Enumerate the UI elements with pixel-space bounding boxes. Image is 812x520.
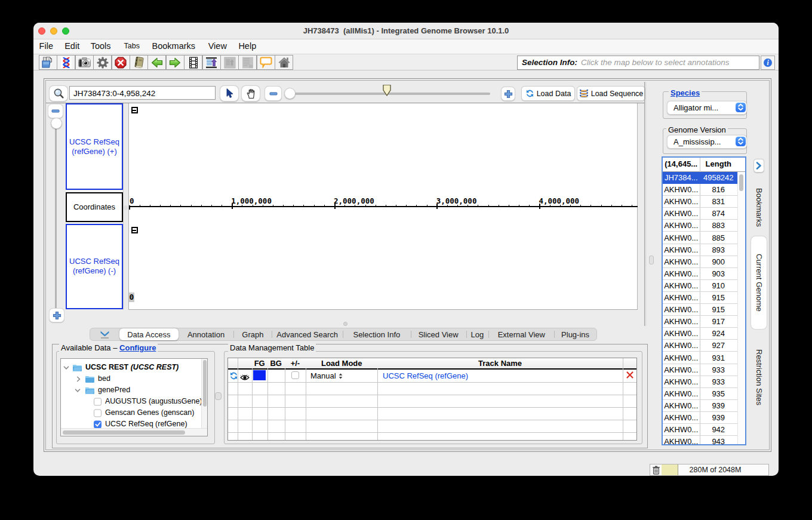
splitpane-divider-dot[interactable] [343, 322, 347, 326]
bottom-panel-divider-handle[interactable] [215, 392, 222, 400]
tree-item-genscan-genes-genscan[interactable]: Genscan Genes (genscan) [61, 407, 207, 419]
tree-item-ucsc-rest[interactable]: UCSC REST (UCSC REST) [61, 362, 207, 373]
sequence-row[interactable]: AKHW0...935 [663, 388, 745, 400]
genome-range-input[interactable]: JH738473:0-4,958,242 [69, 86, 216, 100]
track-label-reverse[interactable]: UCSC RefSeq (refGene) (-) [66, 224, 123, 309]
right-panel-divider-handle[interactable] [649, 256, 654, 264]
dm-track-name[interactable]: UCSC RefSeq (refGene) [383, 371, 468, 380]
side-tab-current-genome[interactable]: Current Genome [751, 236, 767, 329]
menu-edit[interactable]: Edit [64, 39, 79, 54]
sequence-row[interactable]: AKHW0...939 [663, 412, 745, 424]
load-mode-select[interactable]: Manual [310, 371, 343, 380]
tree-vertical-scrollbar-thumb[interactable] [203, 360, 207, 407]
sequence-row[interactable]: AKHW0...885 [663, 232, 745, 244]
pan-tool-button[interactable] [241, 85, 260, 101]
menu-help[interactable]: Help [238, 39, 256, 54]
tree-item-genepred[interactable]: genePred [61, 384, 207, 396]
home-button[interactable] [275, 55, 293, 70]
help-book-button[interactable] [130, 55, 148, 70]
tab-external-view[interactable]: External View [488, 328, 554, 340]
sequence-row[interactable]: AKHW0...933 [663, 364, 745, 376]
sequence-row[interactable]: AKHW0...915 [663, 304, 745, 316]
sequence-row[interactable]: AKHW0...816 [663, 184, 745, 196]
tab-log[interactable]: Log [466, 328, 489, 340]
search-button[interactable] [49, 85, 68, 101]
load-data-button[interactable]: Load Data [521, 86, 575, 101]
species-label[interactable]: Species [669, 88, 702, 97]
memory-status[interactable]: 280M of 2048M [650, 464, 769, 476]
caret-expanded-icon[interactable] [75, 388, 81, 392]
track-fg-color-swatch[interactable] [253, 370, 266, 380]
tab-advanced-search[interactable]: Advanced Search [272, 328, 343, 340]
selection-info-field[interactable]: Selection Info:Click the map below to se… [517, 56, 759, 70]
tree-horizontal-scrollbar-thumb[interactable] [63, 430, 185, 435]
export-annotations-button[interactable] [202, 55, 221, 70]
sequence-row[interactable]: AKHW0...917 [663, 316, 745, 328]
sequence-row[interactable]: AKHW0...927 [663, 340, 745, 352]
tree-horizontal-scrollbar[interactable] [61, 428, 207, 436]
sequence-row[interactable]: AKHW0...924 [663, 328, 745, 340]
horizontal-zoom-slider-thumb[interactable] [284, 88, 296, 99]
slideshow-button[interactable] [184, 55, 202, 70]
sequence-row[interactable]: AKHW0...883 [663, 220, 745, 232]
tab-sliced-view[interactable]: Sliced View [411, 328, 466, 340]
delete-track-icon[interactable] [626, 371, 634, 381]
tab-data-access[interactable]: Data Access [119, 328, 179, 340]
sequence-row[interactable]: AKHW0...910 [663, 280, 745, 292]
sequence-row[interactable]: AKHW0...831 [663, 196, 745, 208]
side-tab-bookmarks[interactable]: Bookmarks [751, 183, 767, 233]
load-sequence-button[interactable]: Load Sequence [577, 86, 645, 101]
menu-bookmarks[interactable]: Bookmarks [152, 39, 196, 54]
feedback-button[interactable] [257, 55, 275, 70]
open-file-button[interactable] [39, 55, 57, 70]
select-tool-button[interactable] [220, 85, 239, 101]
checkbox-unchecked[interactable] [94, 398, 102, 405]
checkbox-checked[interactable] [94, 420, 102, 428]
track-label-coordinates[interactable]: Coordinates [66, 192, 123, 222]
sequence-table-header-length[interactable]: Length [700, 158, 738, 171]
track-visibility-eye-icon[interactable] [240, 373, 250, 383]
trash-icon[interactable] [652, 466, 660, 475]
tree-item-augustus-augustusgene[interactable]: AUGUSTUS (augustusGene) [61, 396, 207, 407]
genome-map-canvas[interactable]: 01,000,0002,000,0003,000,0004,000,000 0 [128, 103, 638, 310]
coordinates-row-handle[interactable] [124, 205, 128, 210]
stop-button[interactable] [112, 55, 130, 70]
preferences-button[interactable] [93, 55, 112, 70]
next-view-button[interactable] [166, 55, 184, 70]
sequence-row[interactable]: AKHW0...900 [663, 256, 745, 268]
menu-file[interactable]: File [39, 39, 53, 54]
tab-graph[interactable]: Graph [233, 328, 272, 340]
tree-vertical-scrollbar[interactable] [201, 359, 207, 428]
screenshot-button[interactable] [75, 55, 94, 70]
tree-item-bed[interactable]: bed [61, 373, 207, 384]
export-disabled-button[interactable] [220, 55, 239, 70]
vertical-zoom-slider-thumb[interactable] [51, 118, 62, 129]
sequence-table-header-name[interactable]: (14,645... [663, 158, 700, 171]
sequence-row[interactable]: AKHW0...943 [663, 436, 745, 445]
configure-link[interactable]: Configure [119, 343, 156, 352]
sequence-table-scrollbar-thumb[interactable] [739, 174, 743, 191]
previous-view-button[interactable] [147, 55, 166, 70]
load-genome-button[interactable] [57, 55, 75, 70]
vertical-zoom-slider[interactable] [55, 118, 57, 309]
sequence-row[interactable]: AKHW0...939 [663, 400, 745, 412]
zoom-in-horizontal-button[interactable] [501, 87, 515, 101]
minimize-tab-panel-button[interactable] [90, 328, 119, 340]
caret-expanded-icon[interactable] [63, 365, 69, 370]
refresh-track-icon[interactable] [229, 371, 238, 383]
selection-info-help-button[interactable]: i [761, 56, 775, 70]
document-disabled-button[interactable] [238, 55, 257, 70]
zoom-in-vertical-button[interactable] [49, 308, 64, 322]
track-label-forward[interactable]: UCSC RefSeq (refGene) (+) [66, 103, 123, 190]
tab-plug-ins[interactable]: Plug-ins [554, 328, 596, 340]
collapse-side-panel-button[interactable] [753, 159, 764, 173]
genome-version-select[interactable]: A_mississip... [667, 135, 747, 149]
species-select[interactable]: Alligator mi... [667, 101, 747, 115]
menu-tabs[interactable]: Tabs [124, 39, 140, 54]
zoom-out-horizontal-button[interactable] [264, 86, 282, 101]
menu-view[interactable]: View [208, 39, 227, 54]
checkbox-unchecked[interactable] [94, 409, 102, 417]
tab-annotation[interactable]: Annotation [179, 328, 234, 340]
sequence-row[interactable]: AKHW0...915 [663, 292, 745, 304]
caret-collapsed-icon[interactable] [76, 376, 81, 382]
